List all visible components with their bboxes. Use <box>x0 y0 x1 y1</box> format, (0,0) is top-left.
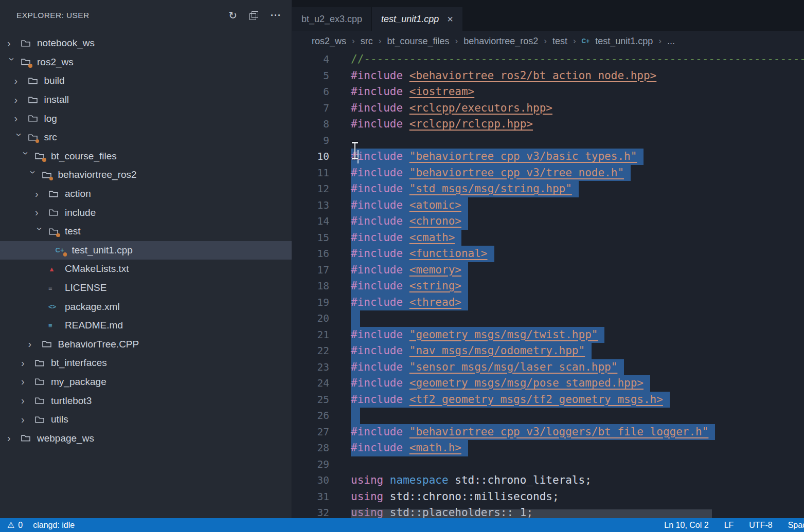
code-line-31[interactable]: 31using std::chrono::milliseconds; <box>292 489 804 505</box>
code-line-16[interactable]: 16#include <functional> <box>292 246 804 262</box>
problems-indicator[interactable]: ⚠ 0 <box>7 520 23 530</box>
code-line-17[interactable]: 17#include <memory> <box>292 262 804 279</box>
breadcrumb-item[interactable]: test_unit1.cpp <box>595 36 653 47</box>
close-icon[interactable]: × <box>447 13 453 25</box>
code-line-26[interactable]: 26 <box>292 408 804 424</box>
folder-icon <box>34 415 51 424</box>
code-line-25[interactable]: 25#include <tf2_geometry_msgs/tf2_geomet… <box>292 392 804 408</box>
tree-item-license[interactable]: ≡LICENSE <box>0 279 292 298</box>
line-number: 17 <box>292 262 329 279</box>
tree-item-bt-interfaces[interactable]: ›bt_interfaces <box>0 354 292 373</box>
cursor-position[interactable]: Ln 10, Col 2 <box>664 521 708 530</box>
mouse-cursor-ibeam <box>351 142 359 159</box>
code-line-19[interactable]: 19#include <thread> <box>292 295 804 311</box>
breadcrumb-item[interactable]: behaviortree_ros2 <box>463 36 538 47</box>
code-line-8[interactable]: 8#include <rclcpp/rclcpp.hpp> <box>292 116 804 133</box>
code-line-29[interactable]: 29 <box>292 456 804 473</box>
tree-item-label: README.md <box>65 320 123 331</box>
chevron-right-icon[interactable]: › <box>14 113 28 124</box>
tree-item-cmakelists-txt[interactable]: ▲CMakeLists.txt <box>0 260 292 279</box>
more-actions-button[interactable]: ··· <box>271 11 281 20</box>
breadcrumb-item[interactable]: ros2_ws <box>312 36 346 47</box>
refresh-explorer-button[interactable]: ↻ <box>228 10 237 21</box>
code-line-21[interactable]: 21#include "geometry_msgs/msg/twist.hpp" <box>292 327 804 343</box>
chevron-down-icon[interactable]: › <box>27 171 39 184</box>
code-line-15[interactable]: 15#include <cmath> <box>292 230 804 246</box>
chevron-right-icon[interactable]: › <box>28 338 42 350</box>
code-line-23[interactable]: 23#include "sensor_msgs/msg/laser_scan.h… <box>292 359 804 376</box>
tree-item-bt-course-files[interactable]: ›bt_course_files <box>0 147 292 166</box>
tree-item-turtlebot3[interactable]: ›turtlebot3 <box>0 391 292 410</box>
folder-icon <box>28 96 44 104</box>
tree-item-webpage-ws[interactable]: ›webpage_ws <box>0 429 292 448</box>
tree-item-readme-md[interactable]: ≡README.md <box>0 316 292 335</box>
code-line-11[interactable]: 11#include "behaviortree_cpp_v3/tree_nod… <box>292 165 804 181</box>
chevron-down-icon[interactable]: › <box>34 227 46 241</box>
tree-item-log[interactable]: ›log <box>0 109 292 128</box>
open-editors-button[interactable] <box>249 11 258 20</box>
chevron-right-icon[interactable]: › <box>7 432 21 444</box>
tab-bt_u2_ex3-cpp[interactable]: bt_u2_ex3.cpp <box>292 7 372 31</box>
code-line-5[interactable]: 5#include <behaviortree_ros2/bt_action_n… <box>292 68 804 84</box>
chevron-right-icon[interactable]: › <box>14 94 28 106</box>
cmake-file-icon: ▲ <box>48 265 65 273</box>
tree-item-build[interactable]: ›build <box>0 71 292 90</box>
horizontal-scrollbar[interactable] <box>351 509 712 518</box>
breadcrumb-item[interactable]: src <box>361 36 373 47</box>
tree-item-ros2-ws[interactable]: ›ros2_ws <box>0 53 292 72</box>
language-server-status[interactable]: clangd: idle <box>33 521 75 530</box>
tree-item-src[interactable]: ›src <box>0 128 292 147</box>
chevron-right-icon[interactable]: › <box>21 414 34 426</box>
indentation-indicator[interactable]: Spaces <box>788 521 804 530</box>
tree-item-package-xml[interactable]: <>package.xml <box>0 297 292 316</box>
code-line-14[interactable]: 14#include <chrono> <box>292 213 804 230</box>
chevron-down-icon[interactable]: › <box>6 58 18 71</box>
code-line-24[interactable]: 24#include <geometry_msgs/msg/pose_stamp… <box>292 375 804 392</box>
line-text: #include <rclcpp/executors.hpp> <box>351 100 552 117</box>
chevron-right-icon[interactable]: › <box>21 357 34 369</box>
code-line-22[interactable]: 22#include "nav_msgs/msg/odometry.hpp" <box>292 343 804 359</box>
tab-test_unit1-cpp[interactable]: test_unit1.cpp × <box>372 7 462 31</box>
tree-item-include[interactable]: ›include <box>0 203 292 222</box>
tree-item-test-unit1-cpp[interactable]: C+test_unit1.cpp <box>0 241 292 260</box>
folder-icon <box>21 39 37 48</box>
code-line-6[interactable]: 6#include <iostream> <box>292 84 804 100</box>
chevron-right-icon[interactable]: › <box>7 38 21 49</box>
code-editor[interactable]: 4//-------------------------------------… <box>292 51 804 518</box>
code-line-9[interactable]: 9 <box>292 133 804 149</box>
tree-item-install[interactable]: ›install <box>0 90 292 109</box>
chevron-down-icon[interactable]: › <box>13 133 25 146</box>
code-line-20[interactable]: 20 <box>292 310 804 327</box>
tree-item-notebook-ws[interactable]: ›notebook_ws <box>0 34 292 53</box>
line-number: 11 <box>292 165 329 181</box>
code-line-13[interactable]: 13#include <atomic> <box>292 197 804 214</box>
code-line-12[interactable]: 12#include "std_msgs/msg/string.hpp" <box>292 181 804 197</box>
chevron-right-icon[interactable]: › <box>35 207 48 218</box>
code-line-4[interactable]: 4//-------------------------------------… <box>292 51 804 68</box>
code-line-28[interactable]: 28#include <math.h> <box>292 440 804 456</box>
breadcrumb-item[interactable]: ... <box>667 36 675 47</box>
code-line-7[interactable]: 7#include <rclcpp/executors.hpp> <box>292 100 804 117</box>
tree-item-behaviortree-ros2[interactable]: ›behaviortree_ros2 <box>0 166 292 185</box>
tree-item-test[interactable]: ›test <box>0 222 292 241</box>
line-number: 31 <box>292 489 329 505</box>
encoding-indicator[interactable]: UTF-8 <box>749 521 772 530</box>
chevron-right-icon[interactable]: › <box>14 75 28 87</box>
chevron-right-icon[interactable]: › <box>35 188 48 200</box>
chevron-right-icon[interactable]: › <box>21 395 34 407</box>
chevron-down-icon[interactable]: › <box>20 152 32 165</box>
code-line-18[interactable]: 18#include <string> <box>292 278 804 295</box>
tree-item-action[interactable]: ›action <box>0 185 292 204</box>
breadcrumb-item[interactable]: bt_course_files <box>387 36 449 47</box>
code-line-30[interactable]: 30using namespace std::chrono_literals; <box>292 472 804 489</box>
code-line-27[interactable]: 27#include "behaviortree_cpp_v3/loggers/… <box>292 424 804 441</box>
chevron-right-icon[interactable]: › <box>21 376 34 388</box>
tree-item-behaviortree-cpp[interactable]: ›BehaviorTree.CPP <box>0 335 292 354</box>
code-line-10[interactable]: 10#include "behaviortree_cpp_v3/basic_ty… <box>292 149 804 165</box>
line-number: 6 <box>292 84 329 100</box>
eol-indicator[interactable]: LF <box>724 521 734 530</box>
line-text: //--------------------------------------… <box>351 51 804 68</box>
breadcrumb-item[interactable]: test <box>552 36 567 47</box>
tree-item-utils[interactable]: ›utils <box>0 410 292 429</box>
tree-item-my-package[interactable]: ›my_package <box>0 373 292 392</box>
